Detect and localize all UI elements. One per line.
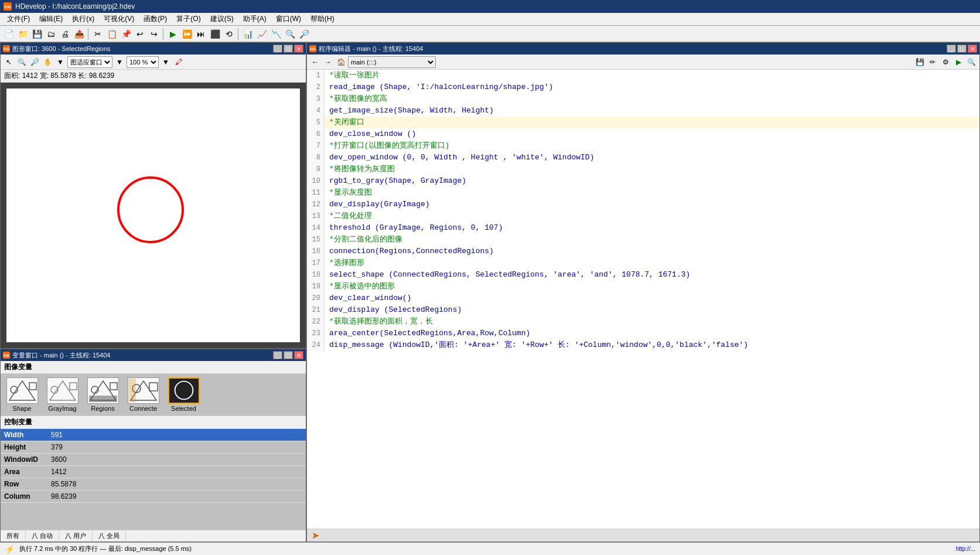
forward-btn[interactable]: → xyxy=(322,56,334,68)
code-line-24[interactable]: 24disp_message (WindowID,'面积: '+Area+' 宽… xyxy=(307,339,979,351)
minimize-btn[interactable]: _ xyxy=(273,45,282,53)
code-line-1[interactable]: 1*读取一张图片 xyxy=(307,70,979,81)
tab-global[interactable]: 八 全局 xyxy=(93,530,126,542)
zoom-out-btn[interactable]: 🔎 xyxy=(29,56,40,68)
maximize-btn[interactable]: □ xyxy=(284,45,293,53)
editor-run-btn[interactable]: ▶ xyxy=(952,56,964,68)
var-regions[interactable]: Regions xyxy=(84,376,122,413)
editor-minimize-btn[interactable]: _ xyxy=(947,45,956,53)
code-line-23[interactable]: 23area_center(SelectedRegions,Area,Row,C… xyxy=(307,328,979,339)
export-btn[interactable]: 📤 xyxy=(73,28,86,40)
zoom-select[interactable]: 100 % xyxy=(127,56,159,68)
fit-btn2[interactable]: ▼ xyxy=(114,56,125,68)
ctrl-var-row-windowid[interactable]: WindowID3600 xyxy=(1,454,306,466)
zoom-in-btn[interactable]: 🔍 xyxy=(16,56,28,68)
search-btn[interactable]: 🔎 xyxy=(298,28,310,40)
code-line-2[interactable]: 2read_image (Shape, 'I:/halconLearning/s… xyxy=(307,81,979,93)
tab-user[interactable]: 八 用户 xyxy=(59,530,93,542)
paste-btn[interactable]: 📌 xyxy=(119,28,132,40)
code-line-13[interactable]: 13*二值化处理 xyxy=(307,210,979,222)
save-btn[interactable]: 💾 xyxy=(30,28,43,40)
ctrl-var-row-area[interactable]: Area1412 xyxy=(1,466,306,478)
code-line-9[interactable]: 9*将图像转为灰度图 xyxy=(307,164,979,175)
menu-edit[interactable]: 编辑(E) xyxy=(35,13,67,25)
pointer-btn[interactable]: ↖ xyxy=(3,56,15,68)
editor-maximize-btn[interactable]: □ xyxy=(957,45,967,53)
menu-help[interactable]: 帮助(H) xyxy=(306,13,339,25)
graph2-btn[interactable]: 📉 xyxy=(269,28,282,40)
code-line-5[interactable]: 5*关闭窗口 xyxy=(307,117,979,128)
run-btn[interactable]: ▶ xyxy=(166,28,179,40)
code-line-12[interactable]: 12dev_display(GrayImage) xyxy=(307,199,979,210)
var-close-btn[interactable]: ✕ xyxy=(294,351,303,359)
breadcrumb-select[interactable]: main (:::) xyxy=(348,56,436,68)
var-minimize-btn[interactable]: _ xyxy=(273,351,282,359)
cut-btn[interactable]: ✂ xyxy=(91,28,104,40)
menu-run[interactable]: 执行(x) xyxy=(67,13,99,25)
var-shape[interactable]: Shape xyxy=(3,376,41,413)
code-line-11[interactable]: 11*显示灰度图 xyxy=(307,187,979,199)
back-btn[interactable]: ← xyxy=(309,56,321,68)
var-connected[interactable]: Connecte xyxy=(124,376,162,413)
code-line-4[interactable]: 4get_image_size(Shape, Width, Height) xyxy=(307,105,979,117)
open-btn[interactable]: 📁 xyxy=(16,28,29,40)
code-line-21[interactable]: 21dev_display (SelectedRegions) xyxy=(307,304,979,316)
editor-close-btn[interactable]: ✕ xyxy=(968,45,977,53)
var-selected[interactable]: Selected xyxy=(165,376,203,413)
var-btn[interactable]: 📊 xyxy=(241,28,254,40)
menu-operators[interactable]: 算子(O) xyxy=(172,13,205,25)
code-line-14[interactable]: 14threshold (GrayImage, Regions, 0, 107) xyxy=(307,222,979,234)
menu-functions[interactable]: 函数(P) xyxy=(139,13,172,25)
code-line-7[interactable]: 7*打开窗口(以图像的宽高打开窗口) xyxy=(307,140,979,152)
fit-btn[interactable]: ▼ xyxy=(54,56,66,68)
ctrl-var-row-column[interactable]: Column98.6239 xyxy=(1,491,306,503)
code-line-18[interactable]: 18select_shape (ConnectedRegions, Select… xyxy=(307,269,979,281)
var-maximize-btn[interactable]: □ xyxy=(284,351,293,359)
tab-all[interactable]: 所有 xyxy=(1,530,26,542)
step-btn[interactable]: ⏭ xyxy=(194,28,207,40)
code-line-10[interactable]: 10rgb1_to_gray(Shape, GrayImage) xyxy=(307,175,979,187)
menu-file[interactable]: 文件(F) xyxy=(2,13,35,25)
new-btn[interactable]: 📄 xyxy=(2,28,15,40)
editor-edit-btn[interactable]: ✏ xyxy=(927,56,938,68)
ctrl-var-row-row[interactable]: Row85.5878 xyxy=(1,478,306,491)
tab-auto[interactable]: 八 自动 xyxy=(26,530,59,542)
var-grayimage[interactable]: GrayImag xyxy=(43,376,81,413)
code-line-6[interactable]: 6dev_close_window () xyxy=(307,128,979,140)
editor-save-btn[interactable]: 💾 xyxy=(914,56,926,68)
code-line-8[interactable]: 8dev_open_window (0, 0, Width , Height ,… xyxy=(307,152,979,164)
editor-settings-btn[interactable]: ⚙ xyxy=(940,56,951,68)
run-step-btn[interactable]: ⏩ xyxy=(180,28,193,40)
copy-btn[interactable]: 📋 xyxy=(105,28,118,40)
ctrl-var-row-width[interactable]: Width591 xyxy=(1,429,306,441)
zoom-select-btn[interactable]: ▼ xyxy=(160,56,172,68)
reset-btn[interactable]: ⟲ xyxy=(223,28,235,40)
code-area[interactable]: 1*读取一张图片2read_image (Shape, 'I:/halconLe… xyxy=(307,70,979,529)
graph-btn[interactable]: 📈 xyxy=(255,28,268,40)
stop-btn[interactable]: ⬛ xyxy=(209,28,221,40)
undo-btn[interactable]: ↩ xyxy=(134,28,146,40)
menu-window[interactable]: 窗口(W) xyxy=(271,13,306,25)
code-line-17[interactable]: 17*选择图形 xyxy=(307,257,979,269)
editor-debug-btn[interactable]: 🔍 xyxy=(965,56,977,68)
code-line-16[interactable]: 16connection(Regions,ConnectedRegions) xyxy=(307,246,979,257)
code-line-19[interactable]: 19*显示被选中的图形 xyxy=(307,281,979,292)
menu-suggestions[interactable]: 建议(S) xyxy=(206,13,238,25)
save-all-btn[interactable]: 🗂 xyxy=(45,28,57,40)
code-line-20[interactable]: 20dev_clear_window() xyxy=(307,292,979,304)
graph3-btn[interactable]: 🔍 xyxy=(284,28,296,40)
close-btn[interactable]: ✕ xyxy=(294,45,303,53)
code-line-3[interactable]: 3*获取图像的宽高 xyxy=(307,93,979,105)
color-btn[interactable]: 🖍 xyxy=(173,56,185,68)
redo-btn[interactable]: ↪ xyxy=(148,28,161,40)
line-number: 2 xyxy=(307,81,325,93)
fit-select[interactable]: 图适应窗口 xyxy=(67,56,112,68)
menu-visualize[interactable]: 可视化(V) xyxy=(99,13,139,25)
code-line-22[interactable]: 22*获取选择图形的面积，宽，长 xyxy=(307,316,979,328)
print-btn[interactable]: 🖨 xyxy=(59,28,71,40)
menu-assistant[interactable]: 助手(A) xyxy=(238,13,271,25)
ctrl-var-row-height[interactable]: Height379 xyxy=(1,441,306,454)
home-btn[interactable]: 🏠 xyxy=(335,56,347,68)
code-line-15[interactable]: 15*分割二值化后的图像 xyxy=(307,234,979,246)
move-btn[interactable]: ✋ xyxy=(42,56,53,68)
